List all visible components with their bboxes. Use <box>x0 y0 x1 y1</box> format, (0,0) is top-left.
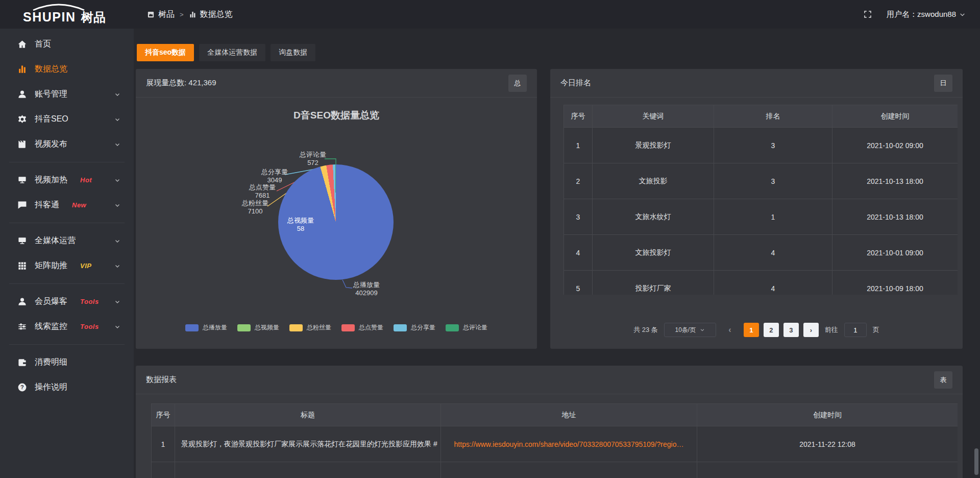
sidebar-item-doketong[interactable]: 抖客通 New <box>0 193 134 218</box>
breadcrumb-label: 树品 <box>158 9 175 20</box>
prev-page-button[interactable]: ‹ <box>722 323 738 337</box>
topbar: SHUPIN 树品 树品 > 数据总览 <box>0 0 980 29</box>
gear-icon <box>17 114 27 124</box>
sidebar-item-data-overview[interactable]: 数据总览 <box>0 57 134 82</box>
user-menu[interactable]: 用户名：zswodun88 <box>887 10 966 19</box>
breadcrumb-home[interactable]: 树品 <box>147 9 175 20</box>
cell-created: 2021-10-09 18:00 <box>832 271 958 295</box>
rank-panel-title: 今日排名 <box>560 78 591 88</box>
sidebar-item-label: 抖音SEO <box>35 114 68 125</box>
cell-seq: 4 <box>564 235 593 271</box>
pie-label-plays: 总播放量402909 <box>336 281 397 297</box>
sidebar-item-account[interactable]: 账号管理 <box>0 82 134 107</box>
col-created: 创建时间 <box>832 105 958 128</box>
sidebar-item-label: 抖客通 <box>35 200 59 210</box>
fullscreen-icon[interactable] <box>863 10 872 19</box>
legend-item-videos[interactable]: 总视频量 <box>237 323 279 332</box>
tab-douyin-seo[interactable]: 抖音seo数据 <box>137 44 194 61</box>
monitor-icon <box>17 236 27 246</box>
breadcrumb-label: 数据总览 <box>200 9 233 20</box>
table-toggle-button[interactable]: 表 <box>934 371 952 389</box>
data-tabs: 抖音seo数据 全媒体运营数据 询盘数据 <box>137 44 315 61</box>
sidebar-item-label: 视频发布 <box>35 139 67 150</box>
goto-page-input[interactable] <box>844 323 867 337</box>
legend-item-likes[interactable]: 总点赞量 <box>341 323 383 332</box>
cell-title: 景观投影灯，夜游景观投影灯厂家展示展示落花灯在花园里的灯光投影应用效果 # <box>175 426 441 462</box>
svg-text:?: ? <box>20 384 24 390</box>
logo-graphic: SHUPIN 树品 <box>22 4 112 25</box>
app-logo[interactable]: SHUPIN 树品 <box>0 4 134 25</box>
tab-inquiry[interactable]: 询盘数据 <box>271 44 315 61</box>
pagination: 共 23 条 10条/页 ‹ 1 2 3 › 前往 页 <box>550 323 963 337</box>
cell-rank: 4 <box>714 235 832 271</box>
table-row: 3 文旅水纹灯 1 2021-10-13 18:00 <box>564 199 958 235</box>
chevron-down-icon <box>114 91 120 98</box>
cell-seq: 1 <box>564 128 593 163</box>
cell-keyword: 文旅投影灯 <box>593 235 714 271</box>
sidebar-item-label: 视频加热 <box>35 175 67 185</box>
tab-media-ops[interactable]: 全媒体运营数据 <box>199 44 265 61</box>
sidebar-item-help[interactable]: ? 操作说明 <box>0 375 134 400</box>
chart-legend: 总播放量 总视频量 总粉丝量 总点赞量 总分享量 总评论量 <box>136 323 537 332</box>
user-icon <box>17 89 27 99</box>
page-button-2[interactable]: 2 <box>764 323 779 337</box>
table-row: 1 景观投影灯 3 2021-10-02 09:00 <box>564 128 958 163</box>
legend-item-fans[interactable]: 总粉丝量 <box>289 323 331 332</box>
username-label: 用户名：zswodun88 <box>887 10 956 19</box>
monitor-play-icon <box>17 175 27 185</box>
scrollbar-thumb[interactable] <box>974 448 978 475</box>
sidebar-item-home[interactable]: 首页 <box>0 32 134 57</box>
video-link[interactable]: https://www.iesdouyin.com/share/video/70… <box>454 440 684 448</box>
sidebar-item-matrix-boost[interactable]: 矩阵助推 VIP <box>0 253 134 278</box>
page-size-select[interactable]: 10条/页 <box>664 323 716 337</box>
legend-item-comments[interactable]: 总评论量 <box>446 323 487 332</box>
page-button-1[interactable]: 1 <box>744 323 759 337</box>
cell-rank: 3 <box>714 128 832 163</box>
cell-created: 2021-11-22 12:08 <box>697 426 958 462</box>
cell-created: 2021-10-01 09:00 <box>832 235 958 271</box>
chevron-down-icon <box>114 202 120 208</box>
tools-badge: Tools <box>80 298 99 305</box>
table-row: 4 文旅投影灯 4 2021-10-01 09:00 <box>564 235 958 271</box>
topbar-right: 用户名：zswodun88 <box>863 10 966 19</box>
sidebar-item-label: 全媒体运营 <box>35 235 76 246</box>
breadcrumb-current[interactable]: 数据总览 <box>189 9 233 20</box>
sidebar-item-video-publish[interactable]: 视频发布 <box>0 132 134 157</box>
page-button-3[interactable]: 3 <box>783 323 799 337</box>
overview-panel-header: 展现量总数: 421,369 总 <box>136 69 537 98</box>
grid-icon <box>17 261 27 271</box>
cell-seq: 1 <box>152 426 175 462</box>
sidebar-item-lead-monitor[interactable]: 线索监控 Tools <box>0 314 134 339</box>
sidebar-divider <box>9 223 125 223</box>
sidebar-item-spend-detail[interactable]: 消费明细 <box>0 350 134 375</box>
cell-rank: 4 <box>714 271 832 295</box>
sidebar-item-douyin-seo[interactable]: 抖音SEO <box>0 107 134 132</box>
chart-title: D音SEO数据量总览 <box>136 109 537 122</box>
legend-item-plays[interactable]: 总播放量 <box>185 323 227 332</box>
legend-item-shares[interactable]: 总分享量 <box>394 323 435 332</box>
chevron-down-icon <box>114 263 120 269</box>
cell-keyword: 文旅投影 <box>593 163 714 199</box>
cell-keyword: 投影灯厂家 <box>593 271 714 295</box>
table-row-clipped <box>152 462 958 478</box>
next-page-button[interactable]: › <box>803 323 819 337</box>
chevron-down-icon <box>114 177 120 183</box>
sidebar-item-media-ops[interactable]: 全媒体运营 <box>0 228 134 253</box>
tools-badge: Tools <box>80 323 99 330</box>
table-row: 2 文旅投影 3 2021-10-13 18:00 <box>564 163 958 199</box>
sidebar-item-video-heat[interactable]: 视频加热 Hot <box>0 168 134 193</box>
goto-label: 前往 <box>825 325 838 334</box>
chevron-down-icon <box>114 141 120 148</box>
sidebar-item-member-burst[interactable]: 会员爆客 Tools <box>0 289 134 314</box>
breadcrumb-separator: > <box>180 11 184 18</box>
total-toggle-button[interactable]: 总 <box>508 75 527 92</box>
day-toggle-button[interactable]: 日 <box>934 75 952 92</box>
col-created: 创建时间 <box>697 404 958 426</box>
chevron-down-icon <box>114 238 120 244</box>
sidebar-item-label: 首页 <box>35 39 51 50</box>
sidebar-item-label: 会员爆客 <box>35 296 67 307</box>
cell-seq: 2 <box>564 163 593 199</box>
logo-text-cn: 树品 <box>81 10 106 24</box>
sidebar-item-label: 矩阵助推 <box>35 260 67 271</box>
sidebar-divider <box>9 162 125 162</box>
